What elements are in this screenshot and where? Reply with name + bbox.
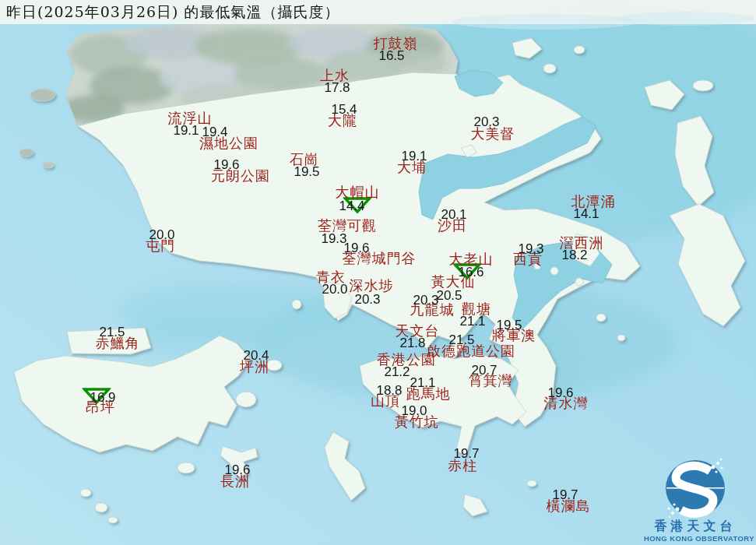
station-temperature: 19.1 bbox=[173, 123, 199, 139]
station-temperature: 18.8 bbox=[376, 383, 402, 399]
station-temperature: 15.4 bbox=[331, 102, 357, 118]
hong-kong-temperature-map: 香港天文台 HONG KONG OBSERVATORY 打鼓嶺 16.5 上水 … bbox=[0, 0, 756, 545]
station-temperature: 18.2 bbox=[561, 248, 587, 263]
station-temperature: 19.0 bbox=[401, 403, 427, 419]
station-temperature: 21.2 bbox=[384, 364, 410, 380]
station-temperature: 14.4 bbox=[339, 199, 364, 214]
station-temperature: 19.6 bbox=[547, 385, 573, 401]
station-temperature: 14.1 bbox=[573, 206, 599, 222]
page-title: 昨日(2025年03月26日) 的最低氣溫（攝氏度） bbox=[6, 2, 340, 23]
station-temperature: 20.3 bbox=[354, 292, 380, 308]
station-temperature: 19.7 bbox=[453, 446, 479, 462]
station-temperature: 20.0 bbox=[322, 282, 347, 297]
station-temperature: 19.6 bbox=[224, 462, 250, 478]
station-temperature: 21.5 bbox=[448, 332, 474, 348]
station-temperature: 21.5 bbox=[99, 325, 125, 340]
station-temperature: 19.3 bbox=[518, 241, 543, 257]
station-temperature: 20.3 bbox=[473, 114, 499, 130]
station-temperature: 19.6 bbox=[213, 157, 239, 173]
station-temperature: 19.5 bbox=[496, 318, 522, 333]
station-labels-layer: 打鼓嶺 16.5 上水 17.8 大隴 15.4 大美督 20.3 流浮山 19… bbox=[0, 0, 756, 545]
station-temperature: 19.4 bbox=[202, 125, 227, 140]
station-temperature: 21.1 bbox=[410, 375, 435, 391]
station-temperature: 19.7 bbox=[552, 487, 578, 503]
station-temperature: 20.4 bbox=[243, 348, 269, 364]
station-temperature: 19.6 bbox=[343, 241, 369, 256]
station-temperature: 16.9 bbox=[90, 390, 115, 406]
station-temperature: 19.5 bbox=[294, 164, 319, 180]
station-temperature: 20.0 bbox=[149, 227, 174, 243]
station-temperature: 21.8 bbox=[399, 336, 425, 351]
station-temperature: 19.1 bbox=[401, 149, 427, 164]
station-temperature: 20.1 bbox=[441, 207, 466, 223]
station-temperature: 20.7 bbox=[471, 363, 497, 378]
station-temperature: 17.8 bbox=[324, 80, 350, 96]
station-temperature: 21.1 bbox=[459, 314, 485, 329]
station-temperature: 16.5 bbox=[378, 48, 404, 64]
station-temperature: 20.3 bbox=[413, 293, 438, 308]
